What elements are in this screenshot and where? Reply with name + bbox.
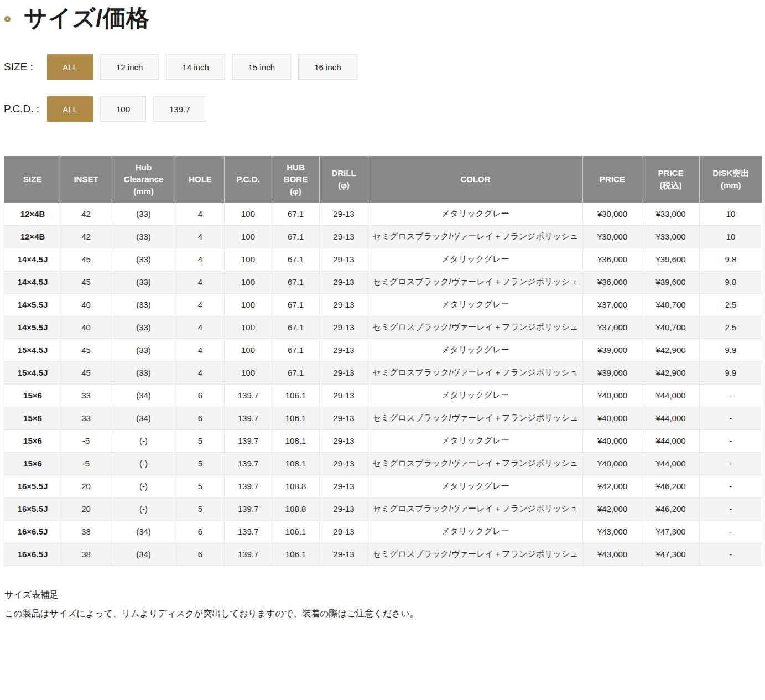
cell-hole: 4 (176, 203, 225, 225)
cell-inset: 38 (61, 543, 111, 566)
cell-inset: 42 (61, 203, 111, 225)
cell-disk-protrusion: 9.9 (700, 361, 762, 384)
column-header-price: PRICE (583, 156, 642, 203)
table-row: 14×5.5J40(33)410067.129-13セミグロスブラック/ヴァーレ… (4, 316, 762, 339)
cell-size: 15×4.5J (4, 339, 61, 361)
cell-hole: 4 (176, 361, 225, 384)
cell-hub-bore: 106.1 (272, 407, 320, 429)
cell-pcd: 139.7 (225, 407, 272, 429)
cell-price: ¥36,000 (583, 271, 642, 293)
cell-size: 15×6 (4, 407, 61, 429)
cell-hub-clearance: (34) (111, 520, 176, 543)
cell-hub-clearance: (33) (111, 271, 176, 293)
cell-size: 15×4.5J (4, 361, 61, 384)
cell-pcd: 139.7 (225, 429, 272, 452)
cell-hub-clearance: (34) (111, 543, 176, 566)
table-row: 15×633(34)6139.7106.129-13セミグロスブラック/ヴァーレ… (4, 407, 762, 429)
cell-inset: 38 (61, 520, 111, 543)
cell-drill: 29-13 (320, 520, 368, 543)
cell-disk-protrusion: - (700, 520, 762, 543)
column-header-inset: INSET (61, 156, 111, 203)
cell-price: ¥30,000 (583, 203, 642, 225)
size-filter-option-16-inch[interactable]: 16 inch (298, 54, 357, 80)
cell-hub-clearance: (34) (111, 407, 176, 429)
cell-hub-bore: 106.1 (272, 543, 320, 566)
cell-pcd: 139.7 (225, 520, 272, 543)
table-row: 16×6.5J38(34)6139.7106.129-13メタリックグレー¥43… (4, 520, 762, 543)
size-filter-label: SIZE : (4, 61, 47, 73)
column-header-drill: DRILL (φ) (320, 156, 368, 203)
cell-inset: 45 (61, 361, 111, 384)
cell-price: ¥37,000 (583, 293, 642, 316)
cell-hub-clearance: (33) (111, 339, 176, 361)
table-row: 15×633(34)6139.7106.129-13メタリックグレー¥40,00… (4, 384, 762, 407)
table-header-row: SIZEINSETHub Clearance (mm)HOLEP.C.D.HUB… (4, 156, 762, 203)
cell-hole: 6 (176, 543, 225, 566)
cell-hole: 5 (176, 452, 225, 475)
cell-drill: 29-13 (320, 543, 368, 566)
cell-disk-protrusion: - (700, 429, 762, 452)
cell-price: ¥30,000 (583, 225, 642, 248)
footnote-body: この製品はサイズによって、リムよりディスクが突出しておりますので、装着の際はご注… (4, 608, 762, 620)
cell-disk-protrusion: 9.8 (700, 271, 762, 293)
size-filter-option-12-inch[interactable]: 12 inch (100, 54, 159, 80)
cell-inset: -5 (61, 452, 111, 475)
pcd-filter-option-all[interactable]: ALL (47, 96, 93, 122)
filters: SIZE : ALL12 inch14 inch15 inch16 inch P… (4, 54, 762, 122)
cell-color: セミグロスブラック/ヴァーレイ＋フランジポリッシュ (368, 497, 583, 520)
cell-disk-protrusion: - (700, 497, 762, 520)
cell-hub-bore: 67.1 (272, 293, 320, 316)
cell-hole: 5 (176, 475, 225, 497)
size-filter-option-14-inch[interactable]: 14 inch (166, 54, 225, 80)
cell-color: メタリックグレー (368, 293, 583, 316)
cell-hub-clearance: (33) (111, 316, 176, 339)
cell-pcd: 100 (225, 248, 272, 271)
cell-color: セミグロスブラック/ヴァーレイ＋フランジポリッシュ (368, 543, 583, 566)
table-row: 14×4.5J45(33)410067.129-13セミグロスブラック/ヴァーレ… (4, 271, 762, 293)
cell-hub-bore: 108.8 (272, 497, 320, 520)
cell-color: メタリックグレー (368, 520, 583, 543)
cell-color: セミグロスブラック/ヴァーレイ＋フランジポリッシュ (368, 361, 583, 384)
cell-hub-clearance: (33) (111, 225, 176, 248)
pcd-filter-option-139.7[interactable]: 139.7 (153, 96, 206, 122)
cell-hub-bore: 108.8 (272, 475, 320, 497)
cell-disk-protrusion: - (700, 543, 762, 566)
cell-hub-clearance: (33) (111, 203, 176, 225)
table-row: 12×4B42(33)410067.129-13セミグロスブラック/ヴァーレイ＋… (4, 225, 762, 248)
cell-hole: 6 (176, 520, 225, 543)
cell-color: メタリックグレー (368, 429, 583, 452)
cell-hole: 6 (176, 407, 225, 429)
pcd-filter-option-100[interactable]: 100 (100, 96, 146, 122)
cell-price-tax: ¥47,300 (642, 520, 700, 543)
cell-size: 16×6.5J (4, 543, 61, 566)
column-header-hub-clearance: Hub Clearance (mm) (111, 156, 176, 203)
cell-price-tax: ¥39,600 (642, 271, 700, 293)
table-row: 12×4B42(33)410067.129-13メタリックグレー¥30,000¥… (4, 203, 762, 225)
cell-disk-protrusion: - (700, 475, 762, 497)
cell-price: ¥40,000 (583, 429, 642, 452)
cell-pcd: 139.7 (225, 475, 272, 497)
cell-drill: 29-13 (320, 407, 368, 429)
cell-hub-clearance: (-) (111, 429, 176, 452)
cell-hub-bore: 67.1 (272, 339, 320, 361)
cell-pcd: 139.7 (225, 384, 272, 407)
cell-disk-protrusion: - (700, 384, 762, 407)
size-filter-option-15-inch[interactable]: 15 inch (232, 54, 291, 80)
cell-size: 14×5.5J (4, 316, 61, 339)
cell-price-tax: ¥40,700 (642, 316, 700, 339)
cell-inset: -5 (61, 429, 111, 452)
cell-hub-bore: 108.1 (272, 429, 320, 452)
cell-disk-protrusion: 2.5 (700, 293, 762, 316)
cell-price-tax: ¥39,600 (642, 248, 700, 271)
cell-hub-clearance: (33) (111, 248, 176, 271)
column-header-color: COLOR (368, 156, 583, 203)
cell-size: 14×4.5J (4, 248, 61, 271)
column-header-pcd: P.C.D. (225, 156, 272, 203)
size-filter-option-all[interactable]: ALL (47, 54, 93, 80)
cell-price-tax: ¥42,900 (642, 339, 700, 361)
cell-pcd: 139.7 (225, 452, 272, 475)
cell-hub-clearance: (33) (111, 293, 176, 316)
cell-price: ¥36,000 (583, 248, 642, 271)
cell-pcd: 100 (225, 271, 272, 293)
cell-hub-clearance: (33) (111, 361, 176, 384)
